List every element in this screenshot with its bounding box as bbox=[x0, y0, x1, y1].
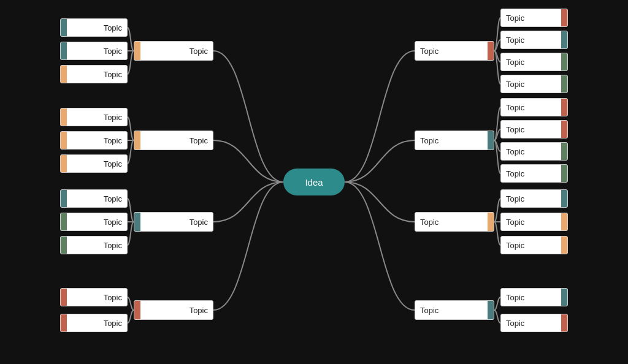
left-leaf-node[interactable]: Topic bbox=[60, 131, 128, 150]
node-label: Topic bbox=[104, 194, 122, 203]
left-mid-node[interactable]: Topic bbox=[134, 41, 213, 61]
node-label: Topic bbox=[104, 218, 122, 227]
node-label: Topic bbox=[506, 13, 524, 23]
mid-node-label: Topic bbox=[190, 47, 208, 56]
right-leaf-node[interactable]: Topic bbox=[500, 98, 568, 116]
center-node[interactable]: Idea bbox=[283, 169, 345, 195]
node-label: Topic bbox=[506, 36, 524, 45]
left-mid-node[interactable]: Topic bbox=[134, 131, 213, 150]
node-label: Topic bbox=[506, 147, 524, 156]
node-label: Topic bbox=[506, 319, 524, 328]
left-leaf-node[interactable]: Topic bbox=[60, 108, 128, 126]
node-label: Topic bbox=[506, 169, 524, 178]
right-mid-node[interactable]: Topic bbox=[415, 212, 494, 232]
right-leaf-node[interactable]: Topic bbox=[500, 142, 568, 161]
mid-node-label: Topic bbox=[420, 218, 438, 227]
right-mid-node[interactable]: Topic bbox=[415, 300, 494, 320]
left-leaf-node[interactable]: Topic bbox=[60, 65, 128, 83]
node-label: Topic bbox=[104, 136, 122, 145]
mid-node-label: Topic bbox=[190, 306, 208, 315]
node-label: Topic bbox=[506, 241, 524, 250]
right-leaf-node[interactable]: Topic bbox=[500, 75, 568, 93]
mid-node-label: Topic bbox=[420, 306, 438, 315]
right-mid-node[interactable]: Topic bbox=[415, 131, 494, 150]
left-leaf-node[interactable]: Topic bbox=[60, 18, 128, 37]
right-leaf-node[interactable]: Topic bbox=[500, 120, 568, 138]
right-leaf-node[interactable]: Topic bbox=[500, 53, 568, 71]
right-leaf-node[interactable]: Topic bbox=[500, 314, 568, 332]
node-label: Topic bbox=[104, 319, 122, 328]
left-mid-node[interactable]: Topic bbox=[134, 212, 213, 232]
node-label: Topic bbox=[506, 58, 524, 67]
left-leaf-node[interactable]: Topic bbox=[60, 42, 128, 60]
node-label: Topic bbox=[104, 159, 122, 169]
mid-node-label: Topic bbox=[190, 218, 208, 227]
node-label: Topic bbox=[104, 113, 122, 122]
node-label: Topic bbox=[506, 103, 524, 112]
mid-node-label: Topic bbox=[190, 136, 208, 145]
left-leaf-node[interactable]: Topic bbox=[60, 236, 128, 254]
mid-node-label: Topic bbox=[420, 136, 438, 145]
node-label: Topic bbox=[104, 241, 122, 250]
node-label: Topic bbox=[506, 125, 524, 134]
node-label: Topic bbox=[104, 23, 122, 32]
right-leaf-node[interactable]: Topic bbox=[500, 288, 568, 306]
left-leaf-node[interactable]: Topic bbox=[60, 154, 128, 173]
left-leaf-node[interactable]: Topic bbox=[60, 189, 128, 208]
node-label: Topic bbox=[506, 218, 524, 227]
node-label: Topic bbox=[104, 47, 122, 56]
right-leaf-node[interactable]: Topic bbox=[500, 236, 568, 254]
left-leaf-node[interactable]: Topic bbox=[60, 314, 128, 332]
right-leaf-node[interactable]: Topic bbox=[500, 9, 568, 27]
node-label: Topic bbox=[506, 194, 524, 203]
node-label: Topic bbox=[104, 70, 122, 79]
mindmap-canvas: IdeaTopicTopicTopicTopicTopicTopicTopicT… bbox=[0, 0, 628, 364]
right-leaf-node[interactable]: Topic bbox=[500, 213, 568, 231]
mid-node-label: Topic bbox=[420, 47, 438, 56]
right-leaf-node[interactable]: Topic bbox=[500, 189, 568, 208]
left-mid-node[interactable]: Topic bbox=[134, 300, 213, 320]
left-leaf-node[interactable]: Topic bbox=[60, 288, 128, 306]
right-mid-node[interactable]: Topic bbox=[415, 41, 494, 61]
right-leaf-node[interactable]: Topic bbox=[500, 164, 568, 183]
left-leaf-node[interactable]: Topic bbox=[60, 213, 128, 231]
node-label: Topic bbox=[506, 293, 524, 302]
right-leaf-node[interactable]: Topic bbox=[500, 31, 568, 49]
node-label: Topic bbox=[104, 293, 122, 302]
node-label: Topic bbox=[506, 80, 524, 89]
